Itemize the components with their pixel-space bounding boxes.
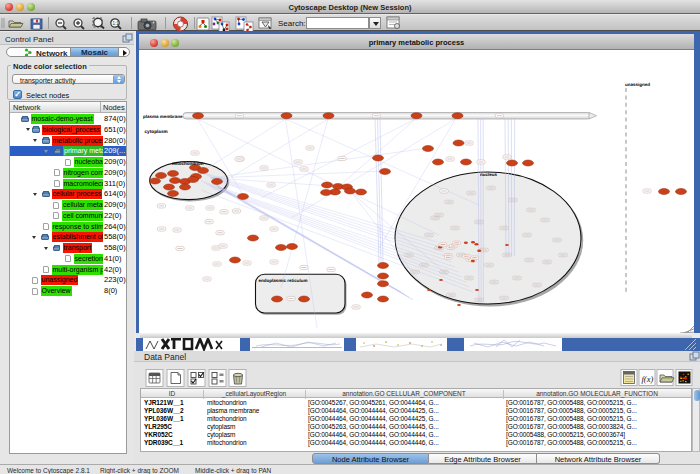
svg-text:f(x): f(x) <box>642 374 654 384</box>
svg-text:mitochondrion: mitochondrion <box>172 161 204 166</box>
svg-text:nucleus: nucleus <box>480 172 497 177</box>
svg-text:1:1: 1:1 <box>113 21 120 26</box>
svg-text:cytoplasm: cytoplasm <box>145 129 168 135</box>
svg-text:plasma membrane: plasma membrane <box>143 114 183 119</box>
svg-text:unassigned: unassigned <box>625 82 650 87</box>
svg-text:endoplasmic reticulum: endoplasmic reticulum <box>259 278 308 283</box>
